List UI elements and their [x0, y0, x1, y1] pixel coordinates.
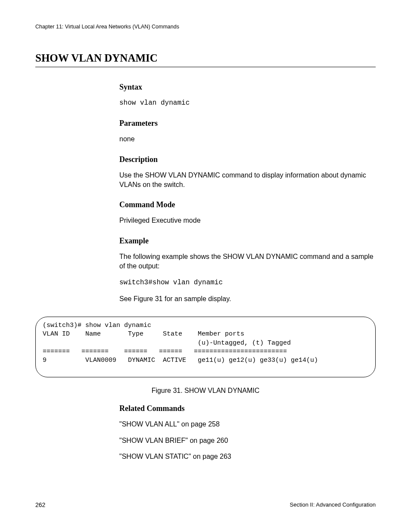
description-heading: Description: [119, 155, 376, 164]
description-text: Use the SHOW VLAN DYNAMIC command to dis…: [119, 171, 376, 190]
page-footer: 262 Section II: Advanced Configuration: [35, 501, 376, 508]
related-link: "SHOW VLAN BRIEF" on page 260: [119, 436, 376, 445]
related-link: "SHOW VLAN STATIC" on page 263: [119, 452, 376, 461]
command-mode-heading: Command Mode: [119, 200, 376, 209]
related-area: Related Commands "SHOW VLAN ALL" on page…: [0, 404, 411, 461]
content-area: Syntax show vlan dynamic Parameters none…: [0, 67, 411, 304]
example-intro: The following example shows the SHOW VLA…: [119, 252, 376, 271]
syntax-heading: Syntax: [119, 83, 376, 92]
example-see-text: See Figure 31 for an sample display.: [119, 294, 376, 304]
figure-output-text: (switch3)# show vlan dynamic VLAN ID Nam…: [43, 321, 368, 365]
figure-output-box: (switch3)# show vlan dynamic VLAN ID Nam…: [35, 317, 376, 377]
page-header: Chapter 11: Virtual Local Area Networks …: [0, 0, 411, 30]
parameters-text: none: [119, 134, 376, 144]
page-title: SHOW VLAN DYNAMIC: [0, 30, 411, 64]
figure-caption: Figure 31. SHOW VLAN DYNAMIC: [0, 387, 411, 395]
page-number: 262: [35, 501, 45, 508]
command-mode-text: Privileged Executive mode: [119, 216, 376, 225]
example-command: switch3#show vlan dynamic: [119, 278, 376, 288]
example-heading: Example: [119, 236, 376, 246]
chapter-label: Chapter 11: Virtual Local Area Networks …: [35, 24, 179, 30]
syntax-command: show vlan dynamic: [119, 98, 376, 108]
footer-section: Section II: Advanced Configuration: [290, 501, 376, 508]
parameters-heading: Parameters: [119, 119, 376, 128]
related-link: "SHOW VLAN ALL" on page 258: [119, 420, 376, 429]
related-heading: Related Commands: [119, 404, 376, 413]
